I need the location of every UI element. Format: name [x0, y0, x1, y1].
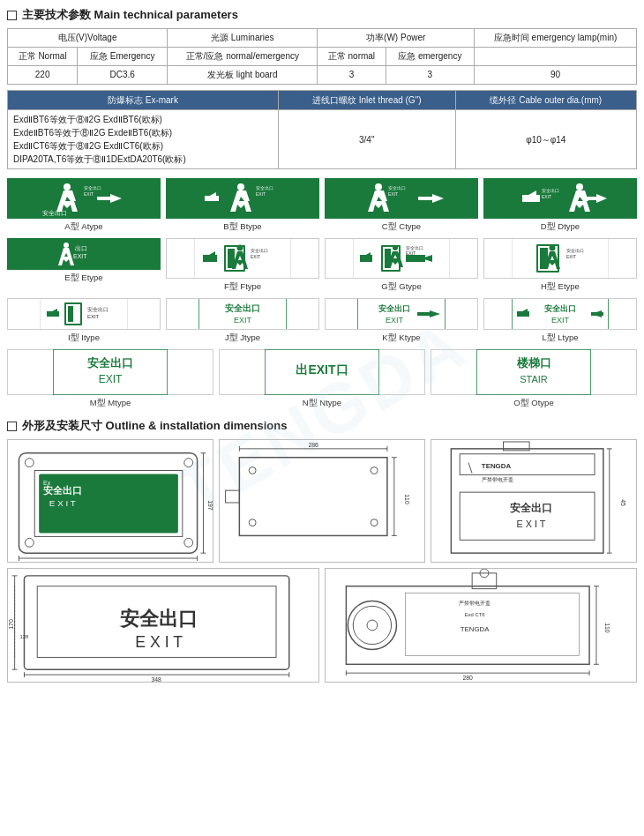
- sign-b-label: B型 Btype: [223, 221, 261, 233]
- th-power: 功率(W) Power: [318, 29, 475, 48]
- sign-f: 安全出口 EXIT F型 Ftype: [166, 238, 319, 293]
- th-luminaries: 光源 Luminaries: [168, 29, 318, 48]
- td-power-emerg: 3: [386, 66, 475, 85]
- sign-e-box: 出口 EXIT: [7, 238, 161, 270]
- svg-text:安全出口: 安全出口: [378, 303, 410, 313]
- th-emerg2: 应急 emergency: [386, 48, 475, 66]
- sign-a: 安全出口 安全出口 EXIT A型 Atype: [7, 178, 161, 233]
- td-cable: φ10～φ14: [455, 110, 636, 169]
- sign-h: 安全出口 EXIT H型 Etype: [483, 238, 637, 293]
- sign-o-box: 楼梯口 STAIR: [431, 349, 637, 395]
- svg-point-115: [249, 519, 256, 526]
- section1-title-text: 主要技术参数 Main technical parameters: [22, 7, 238, 23]
- td-thread: 3/4": [278, 110, 455, 169]
- section2-icon: [7, 422, 17, 431]
- th-cable: 缆外径 Cable outer dia.(mm): [455, 91, 636, 110]
- sign-m: 安全出口 EXIT M型 Mtype: [7, 349, 213, 409]
- td-dc: DC3.6: [78, 66, 168, 85]
- svg-point-91: [25, 459, 34, 467]
- svg-rect-10: [205, 196, 219, 201]
- svg-text:严禁带电开盖: 严禁带电开盖: [482, 476, 513, 482]
- dimensions-bottom-row: 安全出口 E X I T 348 170 128: [7, 568, 637, 683]
- sign-j: 安全出口 EXIT J型 Jtype: [166, 298, 319, 344]
- sign-i-label: I型 Itype: [68, 332, 100, 344]
- svg-point-56: [550, 245, 556, 251]
- sign-m-label: M型 Mtype: [90, 398, 131, 409]
- sign-l: 安全出口 EXIT L型 Ltype: [483, 298, 637, 344]
- svg-point-29: [64, 243, 69, 248]
- td-power-normal: 3: [318, 66, 386, 85]
- sign-a-box: 安全出口 安全出口 EXIT: [7, 178, 161, 219]
- svg-point-47: [393, 245, 398, 250]
- svg-text:TENGDA: TENGDA: [461, 625, 490, 633]
- svg-text:出EXIT口: 出EXIT口: [296, 362, 348, 377]
- svg-rect-34: [203, 255, 217, 262]
- explosion-table: 防爆标志 Ex-mark 进线口螺纹 Inlet thread (G") 缆外径…: [7, 90, 637, 169]
- th-emerg: 应急 Emergency: [78, 48, 168, 66]
- svg-point-152: [367, 620, 378, 631]
- th-emergency: 应急时间 emergency lamp(min): [475, 29, 637, 48]
- svg-text:STAIR: STAIR: [520, 374, 548, 384]
- dim-right-view: TENGDA 严禁带电开盖 安全出口 E X I T 45: [431, 439, 637, 563]
- th-normal2: 正常 normal: [318, 48, 386, 66]
- svg-point-11: [237, 183, 244, 190]
- svg-text:安全出口: 安全出口: [42, 210, 67, 216]
- th-ex: 防爆标志 Ex-mark: [8, 91, 279, 110]
- sign-m-box: 安全出口 EXIT: [7, 349, 213, 395]
- sign-f-label: F型 Ftype: [224, 281, 261, 293]
- sign-o: 楼梯口 STAIR O型 Otype: [431, 349, 637, 409]
- dim-large-front: 安全出口 E X I T 348 170 128: [7, 568, 319, 683]
- sign-c: 安全出口 EXIT C型 Ctype: [325, 178, 478, 233]
- sign-h-box: 安全出口 EXIT: [483, 238, 637, 279]
- sign-n: 出EXIT口 N型 Ntype: [219, 349, 425, 409]
- svg-text:安全出口: 安全出口: [42, 485, 82, 496]
- td-voltage: 220: [8, 66, 78, 85]
- sign-g: 安全出口 EXIT G型 Gtype: [325, 238, 478, 293]
- svg-text:110: 110: [404, 494, 410, 504]
- sign-c-label: C型 Ctype: [382, 221, 421, 233]
- svg-text:EXIT: EXIT: [386, 316, 404, 325]
- sign-j-box: 安全出口 EXIT: [166, 298, 319, 330]
- svg-text:110: 110: [604, 623, 610, 633]
- svg-rect-61: [47, 311, 59, 317]
- th-voltage: 电压(V)Voltage: [8, 29, 168, 48]
- sign-d-label: D型 Dtype: [541, 221, 580, 233]
- svg-text:EXIT: EXIT: [251, 254, 260, 259]
- svg-text:348: 348: [151, 676, 161, 682]
- svg-rect-124: [460, 454, 595, 475]
- sign-e: 出口 EXIT E型 Etype: [7, 238, 161, 293]
- svg-text:128: 128: [20, 634, 30, 639]
- svg-point-38: [237, 245, 243, 251]
- sign-g-box: 安全出口 EXIT: [325, 238, 478, 279]
- svg-point-151: [353, 606, 391, 644]
- svg-text:170: 170: [8, 619, 14, 630]
- svg-text:安全出口: 安全出口: [86, 356, 133, 369]
- svg-text:安全出口: 安全出口: [224, 303, 260, 313]
- svg-text:197: 197: [207, 500, 213, 511]
- sign-d: 安全出口 EXIT D型 Dtype: [483, 178, 637, 233]
- svg-rect-81: [591, 312, 603, 316]
- svg-text:安全出口: 安全出口: [509, 502, 552, 514]
- svg-rect-64: [68, 306, 73, 322]
- sign-g-label: G型 Gtype: [381, 281, 421, 293]
- svg-text:EXIT: EXIT: [551, 316, 570, 325]
- svg-text:EXIT: EXIT: [234, 316, 252, 325]
- svg-text:EXIT: EXIT: [73, 253, 87, 259]
- svg-text:安全出口: 安全出口: [251, 248, 268, 253]
- svg-point-114: [371, 467, 378, 474]
- svg-text:EXIT: EXIT: [99, 373, 123, 385]
- svg-rect-74: [417, 312, 431, 316]
- sign-j-label: J型 Jtype: [225, 332, 260, 344]
- svg-point-94: [184, 538, 193, 547]
- svg-text:280: 280: [462, 675, 473, 681]
- svg-text:EXIT: EXIT: [406, 250, 416, 256]
- svg-rect-25: [582, 197, 598, 200]
- sign-d-box: 安全出口 EXIT: [483, 178, 637, 219]
- dim-top-view: 286 110: [219, 439, 425, 563]
- svg-text:楼梯口: 楼梯口: [516, 356, 551, 369]
- sign-l-label: L型 Ltype: [542, 332, 578, 344]
- svg-rect-3: [97, 197, 113, 200]
- sign-k: 安全出口 EXIT K型 Ktype: [325, 298, 478, 344]
- svg-point-113: [249, 467, 256, 474]
- svg-text:EXIT: EXIT: [388, 191, 398, 197]
